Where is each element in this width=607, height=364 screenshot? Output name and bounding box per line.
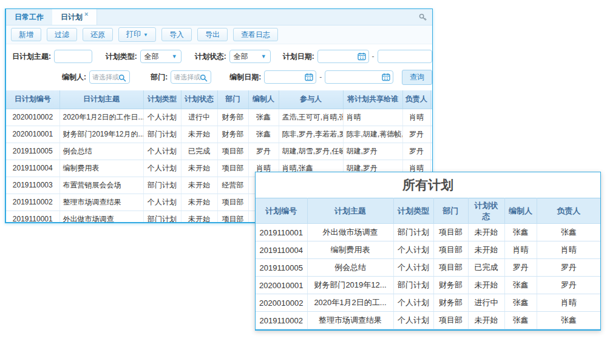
create-date-to-wrap <box>325 70 393 84</box>
cell-plan-id[interactable]: 2019110001 <box>6 211 59 223</box>
cell-subject: 整理市场调查结果 <box>307 312 393 329</box>
calendar-icon[interactable] <box>358 52 366 61</box>
cell-owner[interactable]: 罗丹 <box>402 143 430 160</box>
column-header-creator: 编制人 <box>504 198 537 224</box>
export-button[interactable]: 导出 <box>197 28 228 41</box>
cell-edit[interactable]: 修改 <box>430 109 433 126</box>
tab-daily-work[interactable]: 日常工作 <box>6 9 52 25</box>
cell-subject[interactable]: 整理市场调查结果 <box>59 194 143 211</box>
plan-date-from-wrap <box>317 50 369 63</box>
filter-button[interactable]: 过滤 <box>47 28 77 41</box>
print-button[interactable]: 打印▼ <box>118 27 156 42</box>
cell-plan-id: 2020010001 <box>256 277 307 294</box>
plan-status-select[interactable]: 全部 ▼ <box>229 50 271 63</box>
table-row[interactable]: 2019110005例会总结个人计划已完成项目部罗丹胡建,胡雪,罗丹,任晓...… <box>6 143 433 160</box>
cell-edit <box>430 143 433 160</box>
key-icon[interactable] <box>418 13 427 22</box>
cell-subject[interactable]: 2020年1月2日的工作日... <box>59 109 143 126</box>
cell-department: 项目部 <box>433 241 468 259</box>
table-row[interactable]: 2020010001财务部门2019年12...部门计划财务部未开始张鑫罗丹 <box>256 277 600 294</box>
toolbar: 新增 过滤 还原 打印▼ 导入 导出 查看日志 <box>6 25 432 44</box>
cell-plan-status: 已完成 <box>181 143 217 160</box>
status-label: 计划状态: <box>195 52 226 62</box>
cell-plan-id: 2019110001 <box>256 224 307 241</box>
cell-plan-status: 未开始 <box>468 312 504 329</box>
tab-bar: 日常工作 日计划 × <box>6 9 432 25</box>
tab-daily-plan[interactable]: 日计划 × <box>52 9 97 25</box>
column-header-owner: 负责人 <box>402 90 430 109</box>
query-button[interactable]: 查询 <box>402 70 432 85</box>
cell-owner: 罗丹 <box>537 259 600 277</box>
cell-department: 项目部 <box>433 224 468 241</box>
cell-department: 经营部 <box>217 177 248 194</box>
cell-participants: 孟浩,王可可,肖晴,张鑫 <box>279 109 343 126</box>
cell-owner: 肖晴 <box>537 294 600 312</box>
column-header-subject: 日计划主题 <box>59 90 143 109</box>
restore-button[interactable]: 还原 <box>83 28 113 41</box>
cell-subject: 例会总结 <box>307 259 393 277</box>
close-icon[interactable]: × <box>84 11 88 18</box>
cell-subject[interactable]: 布置营销展会会场 <box>59 177 143 194</box>
plan-date-to-wrap <box>378 50 432 63</box>
cell-plan-type: 部门计划 <box>143 126 181 143</box>
search-icon[interactable] <box>118 73 127 82</box>
cell-owner[interactable]: 罗丹 <box>402 126 430 143</box>
table-row[interactable]: 20200100022020年1月2日的工...个人计划财务部进行中张鑫肖晴 <box>256 294 600 312</box>
cell-creator: 张鑫 <box>504 294 537 312</box>
filter-row-1: 日计划主题: 计划类型: 全部 ▼ 计划状态: 全部 ▼ 计划日期: <box>6 48 432 65</box>
column-header-shared-with: 将计划共享给谁 <box>343 90 402 109</box>
cell-subject[interactable]: 编制费用表 <box>59 160 143 177</box>
cell-subject: 2020年1月2日的工... <box>307 294 393 312</box>
date-separator: - <box>319 73 322 81</box>
cell-owner[interactable]: 肖晴 <box>402 109 430 126</box>
calendar-icon[interactable] <box>305 73 313 81</box>
page: 日常工作 日计划 × 新增 过滤 还原 打印▼ 导入 导出 查看日志 <box>0 0 607 364</box>
table-row[interactable]: 2019110002整理市场调查结果个人计划项目部未开始张鑫张鑫 <box>256 312 600 329</box>
add-button[interactable]: 新增 <box>11 28 41 41</box>
cell-shared-with: 肖晴 <box>343 109 402 126</box>
plan-date-to-input[interactable] <box>378 51 432 62</box>
cell-plan-status: 未开始 <box>468 224 504 241</box>
cell-plan-type: 部门计划 <box>393 224 433 241</box>
cell-plan-type: 个人计划 <box>143 194 181 211</box>
view-log-button[interactable]: 查看日志 <box>233 28 278 41</box>
import-button[interactable]: 导入 <box>161 28 192 41</box>
date-separator: - <box>372 52 375 61</box>
cell-subject[interactable]: 外出做市场调查 <box>59 211 143 223</box>
cell-subject: 外出做市场调查 <box>307 224 393 241</box>
cell-department: 项目部 <box>217 160 248 177</box>
cell-plan-id[interactable]: 2020010002 <box>6 109 59 126</box>
cell-plan-id[interactable]: 2019110002 <box>6 194 59 211</box>
cell-plan-id[interactable]: 2019110003 <box>6 177 59 194</box>
cell-edit[interactable]: 修改 <box>430 126 433 143</box>
subject-label: 日计划主题: <box>12 52 51 62</box>
cell-plan-id[interactable]: 2020010001 <box>6 126 59 143</box>
cell-plan-type: 个人计划 <box>143 143 181 160</box>
cell-creator: 肖晴 <box>504 241 537 259</box>
cell-creator: 张鑫 <box>504 312 537 329</box>
cell-plan-id: 2019110004 <box>256 241 307 259</box>
cell-subject: 编制费用表 <box>307 241 393 259</box>
cell-plan-type: 个人计划 <box>143 109 181 126</box>
cell-plan-type: 个人计划 <box>393 259 433 277</box>
calendar-icon[interactable] <box>382 73 390 81</box>
cell-plan-id[interactable]: 2019110004 <box>6 160 59 177</box>
cell-subject[interactable]: 财务部门2019年12月的... <box>59 126 143 143</box>
plan-type-select[interactable]: 全部 ▼ <box>140 50 181 63</box>
table-row[interactable]: 2019110001外出做市场调查部门计划项目部未开始张鑫张鑫 <box>256 224 600 241</box>
search-icon[interactable] <box>200 73 208 82</box>
cell-plan-status: 进行中 <box>468 294 504 312</box>
table-row[interactable]: 20200100022020年1月2日的工作日...个人计划进行中财务部张鑫孟浩… <box>6 109 433 126</box>
cell-department: 项目部 <box>217 194 248 211</box>
subject-input[interactable] <box>55 51 92 62</box>
cell-plan-id[interactable]: 2019110005 <box>6 143 59 160</box>
cell-subject[interactable]: 例会总结 <box>59 143 143 160</box>
table-row[interactable]: 2019110005例会总结个人计划项目部已完成罗丹罗丹 <box>256 259 600 277</box>
cell-plan-id: 2019110002 <box>256 312 307 329</box>
cell-plan-status: 未开始 <box>181 194 217 211</box>
header-row: 日计划编号日计划主题计划类型计划状态部门编制人参与人将计划共享给谁负责人修改 <box>6 90 433 109</box>
table-row[interactable]: 2020010001财务部门2019年12月的...部门计划未开始财务部张鑫陈非… <box>6 126 433 143</box>
table-row[interactable]: 2019110004编制费用表个人计划项目部未开始肖晴肖晴 <box>256 241 600 259</box>
cell-creator: 罗丹 <box>504 259 537 277</box>
cell-department: 财务部 <box>217 109 248 126</box>
